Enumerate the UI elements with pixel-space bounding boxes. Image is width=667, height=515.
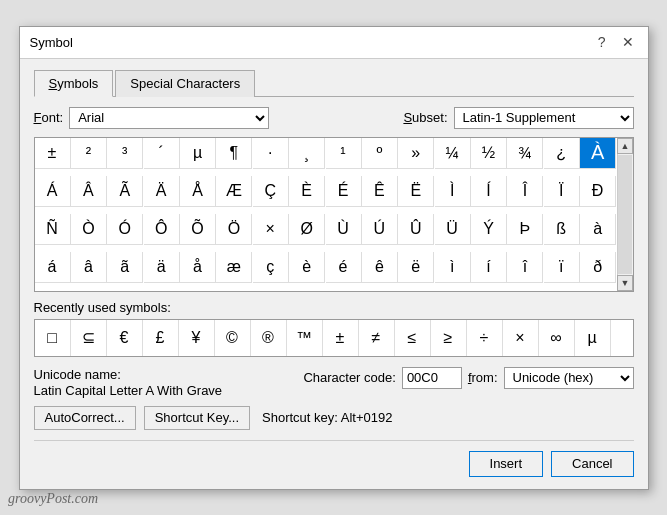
symbol-cell[interactable]: à bbox=[580, 214, 616, 245]
symbol-cell[interactable]: ¾ bbox=[507, 138, 543, 169]
symbol-cell[interactable]: ¶ bbox=[216, 138, 252, 169]
recently-used-cell[interactable]: £ bbox=[143, 320, 179, 356]
char-code-input[interactable] bbox=[402, 367, 462, 389]
symbol-cell[interactable]: È bbox=[289, 176, 325, 207]
recently-used-cell[interactable]: × bbox=[503, 320, 539, 356]
recently-used-cell[interactable]: ± bbox=[323, 320, 359, 356]
symbol-cell[interactable]: Ï bbox=[544, 176, 580, 207]
symbol-cell[interactable]: ¸ bbox=[289, 138, 325, 169]
symbol-cell[interactable]: Â bbox=[71, 176, 107, 207]
symbol-cell[interactable]: é bbox=[326, 252, 362, 283]
symbol-cell[interactable]: Ú bbox=[362, 214, 398, 245]
symbol-cell[interactable]: Å bbox=[180, 176, 216, 207]
symbol-cell[interactable]: º bbox=[362, 138, 398, 169]
recently-used-cell[interactable]: ® bbox=[251, 320, 287, 356]
symbol-cell[interactable]: Ö bbox=[216, 214, 252, 245]
symbol-cell[interactable]: Þ bbox=[507, 214, 543, 245]
recently-used-cell[interactable]: ÷ bbox=[467, 320, 503, 356]
symbol-cell[interactable]: ë bbox=[398, 252, 434, 283]
subset-select[interactable]: Latin-1 Supplement bbox=[454, 107, 634, 129]
symbol-cell[interactable]: Æ bbox=[216, 176, 252, 207]
symbol-cell[interactable]: · bbox=[253, 138, 289, 169]
symbol-cell[interactable]: Ê bbox=[362, 176, 398, 207]
symbol-cell[interactable]: ± bbox=[35, 138, 71, 169]
symbol-cell[interactable]: Ì bbox=[435, 176, 471, 207]
symbol-cell[interactable]: Ç bbox=[253, 176, 289, 207]
recently-used-cell[interactable]: ≥ bbox=[431, 320, 467, 356]
symbol-cell[interactable]: ï bbox=[544, 252, 580, 283]
recently-used-cell[interactable]: © bbox=[215, 320, 251, 356]
symbol-cell[interactable]: è bbox=[289, 252, 325, 283]
symbol-cell[interactable]: Ô bbox=[144, 214, 180, 245]
symbol-cell[interactable]: â bbox=[71, 252, 107, 283]
unicode-name: Latin Capital Letter A With Grave bbox=[34, 383, 304, 398]
symbol-cell[interactable]: × bbox=[253, 214, 289, 245]
scroll-up-button[interactable]: ▲ bbox=[617, 138, 633, 154]
symbol-cell[interactable]: É bbox=[326, 176, 362, 207]
symbol-cell[interactable]: Ø bbox=[289, 214, 325, 245]
symbol-cell[interactable]: Ó bbox=[107, 214, 143, 245]
symbol-cell[interactable]: Ë bbox=[398, 176, 434, 207]
symbol-cell[interactable]: Á bbox=[35, 176, 71, 207]
symbol-cell[interactable]: æ bbox=[216, 252, 252, 283]
tab-special-characters[interactable]: Special Characters bbox=[115, 70, 255, 97]
dialog-body: Symbols Special Characters Font: Arial S… bbox=[20, 59, 648, 489]
symbol-cell[interactable]: ´ bbox=[144, 138, 180, 169]
symbol-cell[interactable]: Ý bbox=[471, 214, 507, 245]
symbol-cell[interactable]: ¼ bbox=[435, 138, 471, 169]
symbol-cell[interactable]: å bbox=[180, 252, 216, 283]
symbol-cell[interactable]: Ù bbox=[326, 214, 362, 245]
symbol-cell[interactable]: ½ bbox=[471, 138, 507, 169]
recently-used-cell[interactable]: € bbox=[107, 320, 143, 356]
from-select[interactable]: Unicode (hex) ASCII (decimal) ASCII (hex… bbox=[504, 367, 634, 389]
symbol-cell[interactable]: ê bbox=[362, 252, 398, 283]
symbol-cell[interactable]: Õ bbox=[180, 214, 216, 245]
symbol-cell[interactable]: á bbox=[35, 252, 71, 283]
symbol-cell[interactable]: À bbox=[580, 138, 616, 169]
symbol-cell[interactable]: ç bbox=[253, 252, 289, 283]
font-select[interactable]: Arial bbox=[69, 107, 269, 129]
scrollbar-track[interactable] bbox=[618, 155, 632, 274]
recently-used-cell[interactable]: ⊆ bbox=[71, 320, 107, 356]
recently-used-cell[interactable]: □ bbox=[35, 320, 71, 356]
symbol-cell[interactable]: Î bbox=[507, 176, 543, 207]
insert-button[interactable]: Insert bbox=[469, 451, 544, 477]
info-right: Character code: from: Unicode (hex) ASCI… bbox=[303, 367, 633, 389]
symbol-cell[interactable]: » bbox=[398, 138, 434, 169]
symbol-cell[interactable]: î bbox=[507, 252, 543, 283]
shortcut-key-button[interactable]: Shortcut Key... bbox=[144, 406, 250, 430]
symbol-cell[interactable]: µ bbox=[180, 138, 216, 169]
recently-used-cell[interactable]: ∞ bbox=[539, 320, 575, 356]
symbol-cell[interactable]: ä bbox=[144, 252, 180, 283]
tab-symbols-label: Symbols bbox=[49, 76, 99, 91]
recently-used-cell[interactable]: ¥ bbox=[179, 320, 215, 356]
symbol-cell[interactable]: Ä bbox=[144, 176, 180, 207]
recently-used-cell[interactable]: ≤ bbox=[395, 320, 431, 356]
symbol-cell[interactable]: ¿ bbox=[544, 138, 580, 169]
tab-symbols[interactable]: Symbols bbox=[34, 70, 114, 97]
help-button[interactable]: ? bbox=[594, 33, 610, 51]
symbol-cell[interactable]: ¹ bbox=[326, 138, 362, 169]
symbol-cell[interactable]: ² bbox=[71, 138, 107, 169]
recently-used-cell[interactable]: ≠ bbox=[359, 320, 395, 356]
symbol-cell[interactable]: ß bbox=[544, 214, 580, 245]
bottom-action-row: Insert Cancel bbox=[34, 440, 634, 477]
symbol-cell[interactable]: Ã bbox=[107, 176, 143, 207]
symbol-cell[interactable]: Û bbox=[398, 214, 434, 245]
recently-used-cell[interactable]: ™ bbox=[287, 320, 323, 356]
symbol-cell[interactable]: ³ bbox=[107, 138, 143, 169]
symbol-cell[interactable]: Ò bbox=[71, 214, 107, 245]
scroll-down-button[interactable]: ▼ bbox=[617, 275, 633, 291]
symbol-cell[interactable]: í bbox=[471, 252, 507, 283]
symbol-cell[interactable]: ã bbox=[107, 252, 143, 283]
recently-used-cell[interactable]: µ bbox=[575, 320, 611, 356]
symbol-cell[interactable]: ð bbox=[580, 252, 616, 283]
symbol-cell[interactable]: Í bbox=[471, 176, 507, 207]
cancel-button[interactable]: Cancel bbox=[551, 451, 633, 477]
close-button[interactable]: ✕ bbox=[618, 33, 638, 51]
autocorrect-button[interactable]: AutoCorrect... bbox=[34, 406, 136, 430]
symbol-cell[interactable]: Ü bbox=[435, 214, 471, 245]
symbol-cell[interactable]: Ñ bbox=[35, 214, 71, 245]
symbol-cell[interactable]: ì bbox=[435, 252, 471, 283]
symbol-cell[interactable]: Ð bbox=[580, 176, 616, 207]
